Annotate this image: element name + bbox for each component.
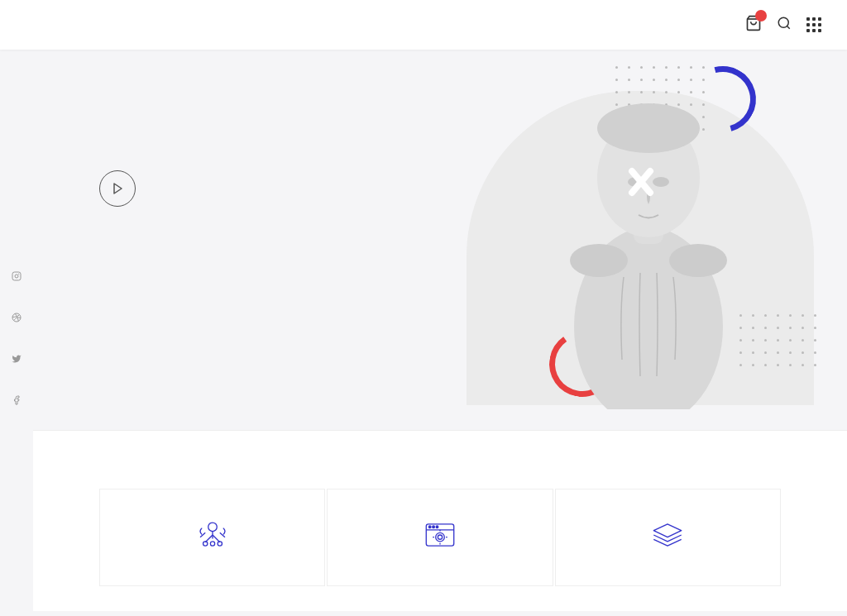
svg-rect-3 xyxy=(12,272,21,280)
play-icon xyxy=(99,170,136,207)
svg-line-2 xyxy=(787,26,789,28)
svg-point-23 xyxy=(210,542,214,546)
search-button[interactable] xyxy=(777,16,792,34)
instagram-icon xyxy=(12,271,22,284)
feature-code xyxy=(327,489,553,586)
svg-point-18 xyxy=(208,523,217,532)
svg-marker-7 xyxy=(114,184,122,193)
svg-point-15 xyxy=(669,244,727,277)
hero-content xyxy=(99,91,430,207)
hero-section: const dg = document.querySelector('.dot-… xyxy=(33,50,847,430)
watch-intro-button[interactable] xyxy=(99,170,430,207)
statue-image xyxy=(516,58,781,413)
social-twitter[interactable] xyxy=(12,354,22,370)
social-dribbble[interactable] xyxy=(12,313,22,329)
svg-point-33 xyxy=(438,535,442,539)
feature-endless xyxy=(99,489,325,586)
twitter-icon xyxy=(12,354,22,366)
svg-point-32 xyxy=(436,532,445,542)
sidebar-social xyxy=(0,66,33,616)
cart-badge xyxy=(755,10,767,21)
svg-point-11 xyxy=(597,103,700,153)
svg-point-13 xyxy=(653,177,669,187)
svg-line-21 xyxy=(213,535,220,542)
svg-point-29 xyxy=(428,526,431,528)
feature-updates xyxy=(555,489,781,586)
social-facebook[interactable] xyxy=(12,395,22,412)
statue-svg xyxy=(533,62,764,409)
features-grid xyxy=(99,489,781,586)
grid-menu-button[interactable] xyxy=(806,17,822,33)
svg-point-31 xyxy=(436,526,438,528)
hero-image-area: const dg = document.querySelector('.dot-… xyxy=(367,50,847,430)
navbar-actions xyxy=(745,15,822,35)
svg-marker-38 xyxy=(654,524,682,537)
svg-point-14 xyxy=(570,244,628,277)
facebook-icon xyxy=(12,395,22,408)
svg-point-1 xyxy=(778,17,788,27)
endless-icon xyxy=(192,514,233,556)
navbar xyxy=(0,0,847,50)
svg-point-4 xyxy=(15,275,18,278)
cart-button[interactable] xyxy=(745,15,762,35)
code-icon xyxy=(419,514,461,556)
svg-point-5 xyxy=(19,274,20,275)
social-instagram[interactable] xyxy=(12,271,22,288)
about-section xyxy=(33,430,847,611)
svg-line-20 xyxy=(205,535,213,542)
dribbble-icon xyxy=(12,313,22,325)
svg-point-30 xyxy=(433,526,435,528)
updates-icon xyxy=(647,514,688,556)
